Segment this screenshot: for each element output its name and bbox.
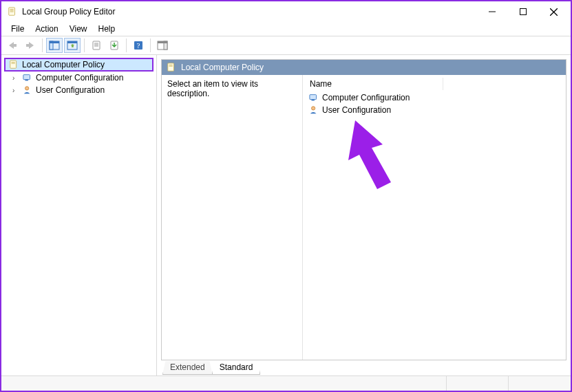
svg-point-30 — [25, 87, 29, 90]
menu-action[interactable]: Action — [30, 23, 63, 35]
list-rows: Computer Configuration User Configuratio… — [306, 90, 563, 116]
app-icon — [7, 6, 18, 17]
policy-document-icon — [8, 59, 19, 70]
svg-rect-14 — [67, 41, 77, 43]
expander-icon[interactable]: › — [12, 87, 19, 94]
column-header-name[interactable]: Name — [306, 78, 443, 90]
window-title: Local Group Policy Editor — [22, 7, 476, 17]
list-item-computer-configuration[interactable]: Computer Configuration — [306, 91, 563, 104]
menu-view[interactable]: View — [64, 23, 93, 35]
list-item-label: User Configuration — [322, 105, 391, 115]
user-icon — [22, 85, 33, 96]
tree-node-computer-configuration[interactable]: › Computer Configuration — [4, 72, 153, 84]
expander-icon[interactable]: › — [12, 74, 19, 82]
forward-button[interactable] — [22, 38, 39, 53]
back-button[interactable] — [4, 38, 21, 53]
show-hide-action-pane-button[interactable] — [154, 38, 171, 53]
help-button[interactable]: ? — [130, 38, 147, 53]
status-cell — [509, 376, 571, 391]
cursor-annotation-icon — [341, 120, 403, 198]
tabs-row: Extended Standard — [157, 360, 571, 375]
svg-rect-8 — [13, 44, 17, 47]
status-cell — [447, 376, 509, 391]
titlebar: Local Group Policy Editor — [1, 1, 571, 22]
toolbar-separator — [42, 39, 43, 52]
content-header: Local Computer Policy — [162, 60, 566, 75]
right-pane: Local Computer Policy Select an item to … — [157, 55, 571, 375]
user-icon — [308, 105, 319, 116]
properties-button[interactable] — [88, 38, 105, 53]
svg-rect-35 — [312, 100, 315, 101]
tab-extended[interactable]: Extended — [162, 361, 213, 375]
svg-text:?: ? — [137, 41, 140, 50]
refresh-button[interactable] — [106, 38, 123, 53]
close-button[interactable] — [538, 2, 569, 21]
tree-node-label: Computer Configuration — [36, 73, 123, 83]
svg-line-7 — [550, 8, 558, 16]
list-item-label: Computer Configuration — [322, 93, 410, 102]
svg-rect-9 — [26, 44, 30, 47]
window-controls — [476, 2, 569, 21]
svg-rect-12 — [50, 41, 59, 43]
tree-node-label: User Configuration — [36, 85, 105, 95]
toolbar-separator — [126, 39, 127, 52]
description-prompt: Select an item to view its description. — [167, 79, 258, 98]
toolbar-separator — [150, 39, 151, 52]
computer-icon — [308, 92, 319, 103]
app-window: Local Group Policy Editor File Action Vi… — [0, 0, 572, 392]
svg-rect-25 — [10, 61, 17, 68]
toolbar-separator — [84, 39, 85, 52]
content-header-title: Local Computer Policy — [181, 63, 264, 72]
list-item-user-configuration[interactable]: User Configuration — [306, 104, 563, 116]
computer-icon — [22, 72, 33, 83]
policy-document-icon — [166, 62, 177, 73]
svg-rect-29 — [25, 80, 28, 81]
svg-line-6 — [550, 8, 558, 16]
list-column: Name Computer Configuration — [303, 75, 566, 360]
body-split: Local Computer Policy › Computer Configu… — [1, 55, 571, 375]
list-header: Name — [306, 78, 563, 90]
svg-rect-31 — [168, 63, 174, 71]
tab-standard[interactable]: Standard — [212, 360, 261, 375]
menu-help[interactable]: Help — [93, 23, 121, 35]
tree-root-label: Local Computer Policy — [22, 60, 105, 69]
description-column: Select an item to view its description. — [162, 75, 303, 360]
tree-node-user-configuration[interactable]: › User Configuration — [4, 84, 153, 96]
content-body: Select an item to view its description. … — [162, 75, 566, 360]
tree-pane[interactable]: Local Computer Policy › Computer Configu… — [1, 55, 157, 375]
content-wrap: Local Computer Policy Select an item to … — [157, 55, 571, 360]
menubar: File Action View Help — [1, 22, 571, 36]
menu-file[interactable]: File — [6, 23, 30, 35]
up-level-button[interactable] — [64, 38, 81, 53]
show-hide-tree-button[interactable] — [46, 38, 63, 53]
svg-rect-15 — [93, 41, 100, 50]
content-panel: Local Computer Policy Select an item to … — [161, 59, 566, 360]
svg-point-36 — [312, 107, 315, 110]
statusbar — [1, 375, 571, 391]
tree-root-local-computer-policy[interactable]: Local Computer Policy — [4, 58, 153, 72]
svg-rect-28 — [23, 75, 30, 80]
minimize-button[interactable] — [476, 2, 507, 21]
status-cell-main — [1, 376, 447, 391]
toolbar: ? — [1, 36, 571, 55]
svg-rect-34 — [310, 95, 317, 100]
svg-rect-5 — [520, 9, 526, 15]
svg-marker-37 — [348, 120, 391, 189]
svg-rect-24 — [158, 41, 167, 43]
maximize-button[interactable] — [507, 2, 538, 21]
